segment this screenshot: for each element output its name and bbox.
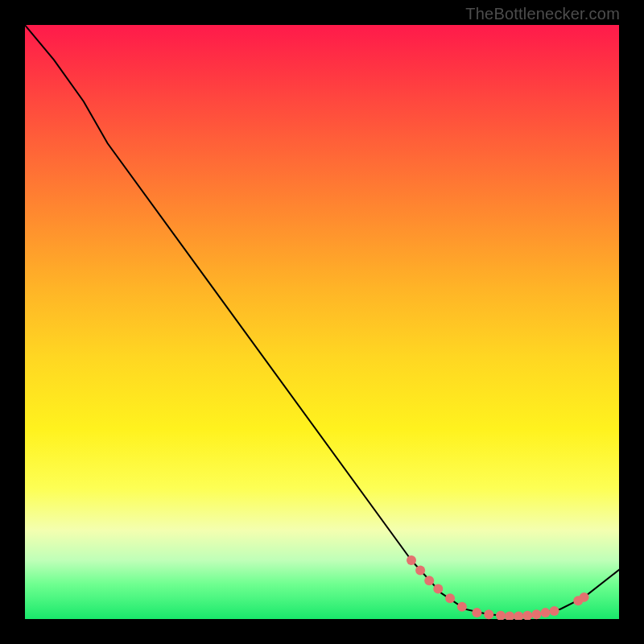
data-marker — [541, 608, 551, 617]
data-marker — [445, 593, 455, 603]
curve-path — [24, 24, 620, 617]
data-marker — [472, 608, 481, 617]
data-marker — [531, 609, 541, 619]
watermark-label: TheBottlenecker.com — [465, 5, 620, 23]
data-marker — [514, 612, 523, 620]
data-marker — [407, 555, 416, 565]
chart-svg — [24, 24, 620, 620]
data-marker — [484, 609, 493, 619]
data-marker — [415, 566, 425, 576]
plot-area — [24, 24, 620, 620]
data-marker — [522, 611, 532, 620]
data-marker — [580, 592, 589, 602]
data-marker — [424, 576, 434, 585]
chart-frame: TheBottlenecker.com — [0, 0, 644, 644]
data-marker — [496, 611, 506, 620]
data-marker — [550, 606, 559, 616]
data-marker — [457, 602, 467, 612]
data-marker — [433, 584, 443, 594]
data-marker — [505, 612, 514, 620]
markers-group — [407, 555, 589, 620]
